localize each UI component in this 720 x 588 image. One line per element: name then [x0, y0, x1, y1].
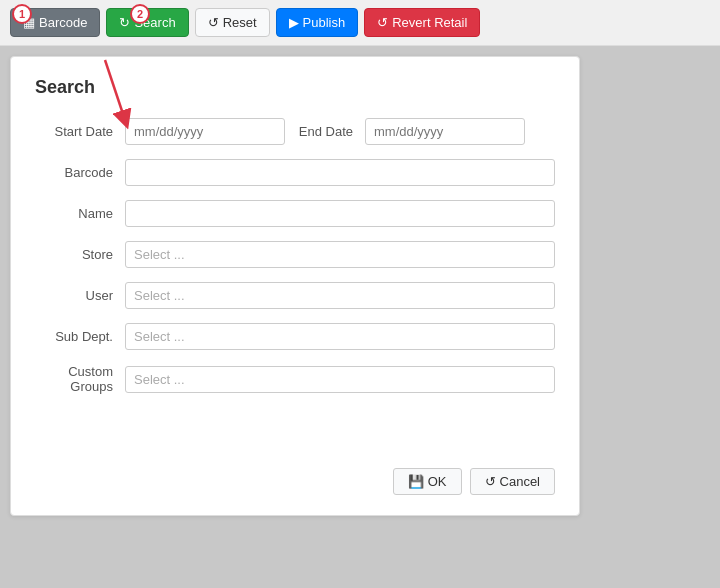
cancel-icon: ↺	[485, 474, 496, 489]
search-refresh-icon: ↻	[119, 15, 130, 30]
barcode-row: Barcode	[35, 159, 555, 186]
step-badge-2: 2	[130, 4, 150, 24]
customgroups-input[interactable]	[125, 366, 555, 393]
store-label: Store	[35, 247, 125, 262]
customgroups-row: Custom Groups	[35, 364, 555, 394]
customgroups-label: Custom Groups	[35, 364, 125, 394]
page-wrapper: 1 2 ▦ Barcode ↻ Search ↺ Reset ▶ Publish…	[0, 0, 720, 588]
barcode-button-label: Barcode	[39, 15, 87, 30]
end-date-input[interactable]	[365, 118, 525, 145]
name-input[interactable]	[125, 200, 555, 227]
svg-line-0	[105, 60, 125, 120]
step-badge-1: 1	[12, 4, 32, 24]
ok-button[interactable]: 💾 OK	[393, 468, 462, 495]
revert-button[interactable]: ↺ Revert Retail	[364, 8, 480, 37]
publish-button-label: Publish	[303, 15, 346, 30]
subdept-label: Sub Dept.	[35, 329, 125, 344]
toolbar: 1 2 ▦ Barcode ↻ Search ↺ Reset ▶ Publish…	[0, 0, 720, 46]
user-input[interactable]	[125, 282, 555, 309]
barcode-input[interactable]	[125, 159, 555, 186]
subdept-row: Sub Dept.	[35, 323, 555, 350]
ok-icon: 💾	[408, 474, 424, 489]
start-date-input[interactable]	[125, 118, 285, 145]
cancel-button-label: Cancel	[500, 474, 540, 489]
store-row: Store	[35, 241, 555, 268]
user-row: User	[35, 282, 555, 309]
revert-icon: ↺	[377, 15, 388, 30]
ok-button-label: OK	[428, 474, 447, 489]
step-arrow	[85, 55, 145, 135]
reset-button[interactable]: ↺ Reset	[195, 8, 270, 37]
reset-icon: ↺	[208, 15, 219, 30]
cancel-button[interactable]: ↺ Cancel	[470, 468, 555, 495]
name-label: Name	[35, 206, 125, 221]
publish-icon: ▶	[289, 15, 299, 30]
publish-button[interactable]: ▶ Publish	[276, 8, 359, 37]
barcode-label: Barcode	[35, 165, 125, 180]
store-input[interactable]	[125, 241, 555, 268]
subdept-input[interactable]	[125, 323, 555, 350]
end-date-label: End Date	[285, 124, 365, 139]
name-row: Name	[35, 200, 555, 227]
card-footer: 💾 OK ↺ Cancel	[393, 468, 555, 495]
reset-button-label: Reset	[223, 15, 257, 30]
revert-button-label: Revert Retail	[392, 15, 467, 30]
user-label: User	[35, 288, 125, 303]
